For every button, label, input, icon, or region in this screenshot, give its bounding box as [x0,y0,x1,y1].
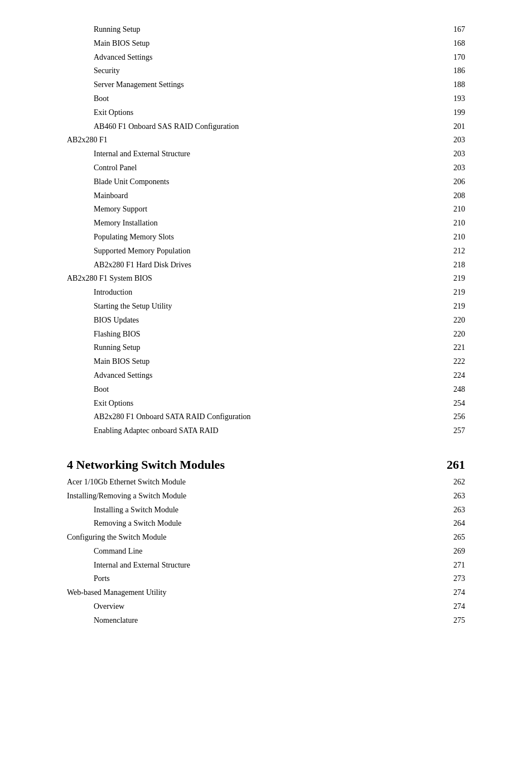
toc-row: Populating Memory Slots210 [67,230,465,244]
toc-entry-page: 210 [443,230,465,244]
toc-entry-text: Control Panel [94,161,443,175]
toc-entry-page: 262 [443,475,465,489]
toc-row: Overview274 [67,600,465,613]
toc-entry-page: 201 [443,120,465,133]
toc-row: Running Setup167 [67,23,465,36]
toc-entry-page: 219 [443,286,465,299]
toc-entry-page: 193 [443,92,465,105]
toc-entry-page: 206 [443,175,465,189]
toc-row: Web-based Management Utility274 [67,586,465,599]
toc-row: AB460 F1 Onboard SAS RAID Configuration2… [67,120,465,133]
toc-entry-text: Configuring the Switch Module [67,531,443,544]
toc-row: AB2x280 F1 Onboard SATA RAID Configurati… [67,410,465,424]
toc-entry-text: Exit Options [94,106,443,119]
toc-entry-page: 257 [443,424,465,438]
toc-row: Advanced Settings170 [67,51,465,64]
toc-entry-text: BIOS Updates [94,314,443,327]
toc-entry-page: 208 [443,189,465,203]
toc-row: Running Setup221 [67,341,465,354]
toc-row: Nomenclature275 [67,614,465,627]
toc-entry-text: Main BIOS Setup [94,355,443,368]
toc-row: AB2x280 F1203 [67,133,465,147]
toc-entry-text: Advanced Settings [94,51,443,64]
toc-entry-page: 269 [443,545,465,558]
toc-row: Installing a Switch Module263 [67,503,465,517]
toc-entry-page: 263 [443,503,465,517]
toc-row: Introduction219 [67,286,465,299]
toc-row: BIOS Updates220 [67,314,465,327]
toc-entry-page: 274 [443,586,465,599]
toc-row: Internal and External Structure203 [67,147,465,161]
toc-entry-page: 221 [443,341,465,354]
toc-row: Memory Support210 [67,203,465,216]
toc-entry-page: 248 [443,383,465,396]
toc-entry-text: Mainboard [94,189,443,203]
toc-row: Main BIOS Setup168 [67,37,465,50]
toc-row: Blade Unit Components206 [67,175,465,189]
toc-entry-text: Server Management Settings [94,78,443,92]
toc-entry-text: Introduction [94,286,443,299]
toc-entry-text: Installing a Switch Module [94,503,443,517]
toc-entry-page: 188 [443,78,465,92]
chapter-heading: 4 Networking Switch Modules261 [67,458,465,472]
toc-entries: Running Setup167Main BIOS Setup168Advanc… [67,23,465,438]
page-container: Running Setup167Main BIOS Setup168Advanc… [0,0,532,764]
toc-entry-page: 220 [443,314,465,327]
toc-row: Exit Options199 [67,106,465,119]
toc-entry-text: Populating Memory Slots [94,230,443,244]
toc-entry-page: 273 [443,572,465,585]
toc-entry-page: 219 [443,272,465,285]
toc-entry-text: AB2x280 F1 Hard Disk Drives [94,258,443,272]
toc-entry-text: Memory Installation [94,217,443,230]
toc-entry-page: 210 [443,217,465,230]
toc-entry-page: 274 [443,600,465,613]
toc-row: Supported Memory Population212 [67,244,465,258]
toc-entry-text: Main BIOS Setup [94,37,443,50]
toc-entry-page: 186 [443,64,465,78]
toc-row: Advanced Settings224 [67,369,465,382]
toc-entry-text: Memory Support [94,203,443,216]
toc-entry-page: 203 [443,161,465,175]
toc-entry-page: 222 [443,355,465,368]
toc-entry-page: 203 [443,133,465,147]
toc-row: Memory Installation210 [67,217,465,230]
toc-entry-text: Command Line [94,545,443,558]
toc-row: Acer 1/10Gb Ethernet Switch Module262 [67,475,465,489]
toc-entry-text: Web-based Management Utility [67,586,443,599]
toc-row: Removing a Switch Module264 [67,517,465,530]
toc-entry-text: Boot [94,383,443,396]
toc-entry-text: Exit Options [94,397,443,410]
toc-row: Mainboard208 [67,189,465,203]
toc-entry-page: 271 [443,559,465,572]
toc-entry-text: Internal and External Structure [94,559,443,572]
toc-entry-page: 210 [443,203,465,216]
toc-row: Enabling Adaptec onboard SATA RAID257 [67,424,465,438]
toc-entry-page: 275 [443,614,465,627]
toc-entry-page: 170 [443,51,465,64]
toc-row: Control Panel203 [67,161,465,175]
chapter-text: 4 Networking Switch Modules [67,458,443,472]
toc-entry-text: Boot [94,92,443,105]
toc-entry-page: 167 [443,23,465,36]
toc-row: Server Management Settings188 [67,78,465,92]
toc-entry-text: Nomenclature [94,614,443,627]
toc-row: Exit Options254 [67,397,465,410]
toc-entry-text: Enabling Adaptec onboard SATA RAID [94,424,443,438]
toc-entry-text: Flashing BIOS [94,328,443,341]
toc-entry-text: AB460 F1 Onboard SAS RAID Configuration [94,120,443,133]
toc-row: Main BIOS Setup222 [67,355,465,368]
toc-entry-page: 168 [443,37,465,50]
toc-entry-text: AB2x280 F1 Onboard SATA RAID Configurati… [94,410,443,424]
toc-row: Ports273 [67,572,465,585]
toc-entry-page: 224 [443,369,465,382]
toc-row: Command Line269 [67,545,465,558]
toc-entry-text: Removing a Switch Module [94,517,443,530]
toc-entry-text: Installing/Removing a Switch Module [67,489,443,503]
toc-entry-page: 218 [443,258,465,272]
toc-entry-text: Supported Memory Population [94,244,443,258]
toc-row: Configuring the Switch Module265 [67,531,465,544]
toc-entry-page: 220 [443,328,465,341]
toc-entry-page: 264 [443,517,465,530]
toc-entry-text: Advanced Settings [94,369,443,382]
toc-entry-text: AB2x280 F1 [67,133,443,147]
